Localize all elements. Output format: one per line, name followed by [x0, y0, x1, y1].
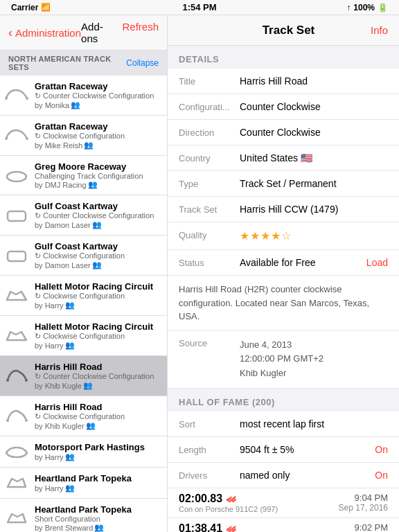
status-value-container: Available for Free Load [240, 257, 388, 268]
label-sort: Sort [179, 418, 234, 429]
info-button[interactable]: Info [371, 24, 388, 36]
person-icon: 👥 [88, 180, 98, 189]
track-by: by Harry 👥 [35, 341, 161, 350]
track-by: by Damon Laser 👥 [35, 220, 161, 229]
track-name: Heartland Park Topeka [35, 473, 161, 484]
value-quality: ★★★★☆ [240, 229, 388, 242]
status-bar: Carrier 📶 1:54 PM ↑ 100% 🔋 [0, 0, 399, 15]
list-item[interactable]: Grattan Raceway ↻ Counter Clockwise Conf… [0, 76, 167, 116]
track-config: ↻ Counter Clockwise Configuration [35, 91, 161, 100]
person-icon: 👥 [92, 220, 102, 229]
svg-point-4 [7, 172, 26, 181]
track-by: by Harry 👥 [35, 452, 161, 461]
source-author: Khib Kugler [240, 368, 286, 378]
track-icon [3, 407, 30, 426]
svg-marker-12 [8, 514, 26, 522]
lap-row[interactable]: 01:38.41 🏎 Con on Porsche 911C2 (997) 9:… [168, 518, 399, 532]
details-section-title: DETAILS [168, 46, 399, 69]
value-type: Track Set / Permanent [240, 178, 388, 189]
track-name: Gulf Coast Kartway [35, 201, 161, 211]
car-icon: 🏎 [227, 523, 236, 532]
track-name: Grattan Raceway [35, 121, 161, 132]
value-title: Harris Hill Road [240, 76, 388, 87]
list-item[interactable]: Harris Hill Road ↻ Counter Clockwise Con… [0, 356, 167, 396]
track-by: by Mike Reish 👥 [35, 141, 161, 150]
status-text: Available for Free [240, 257, 315, 268]
track-by: by DMJ Racing 👥 [35, 180, 161, 189]
list-item[interactable]: Heartland Park Topeka Short Configuratio… [0, 499, 167, 532]
track-icon [3, 326, 30, 346]
list-item[interactable]: Greg Moore Raceway Challenging Track Con… [0, 156, 167, 195]
arrow-up-icon: ↑ [346, 3, 351, 12]
track-config: Short Configuration [35, 515, 161, 523]
track-name: Hallett Motor Racing Circuit [35, 281, 161, 292]
wifi-icon: 📶 [41, 3, 51, 12]
track-name: Grattan Raceway [35, 81, 161, 91]
svg-point-10 [25, 419, 28, 422]
right-header: Track Set Info [168, 15, 399, 46]
svg-point-7 [6, 379, 9, 382]
person-icon: 👥 [86, 421, 96, 430]
track-info: Gulf Coast Kartway ↻ Clockwise Configura… [35, 241, 161, 269]
track-config: ↻ Clockwise Configuration [35, 332, 161, 341]
track-by: by Harry 👥 [35, 484, 161, 493]
track-icon [3, 366, 30, 386]
track-by: by Khib Kugle 👥 [35, 381, 161, 390]
label-configuration: Configurati... [179, 101, 234, 112]
svg-point-9 [6, 419, 9, 422]
car-icon: 🏎 [227, 493, 236, 504]
track-info: Heartland Park Topeka Short Configuratio… [35, 504, 161, 532]
lap-time-value: 02:00.83 [179, 493, 222, 505]
load-button[interactable]: Load [366, 257, 388, 268]
detail-row-configuration: Configurati... Counter Clockwise [168, 94, 399, 120]
back-button[interactable]: ‹ Administration [8, 26, 81, 40]
track-info: Motorsport Park Hastings by Harry 👥 [35, 442, 161, 461]
detail-row-country: Country United States 🇺🇸 [168, 145, 399, 171]
list-item[interactable]: Hallett Motor Racing Circuit ↻ Clockwise… [0, 316, 167, 356]
value-source: June 4, 2013 12:00:00 PM GMT+2 Khib Kugl… [240, 338, 323, 381]
track-icon [3, 508, 30, 528]
value-sort: most recent lap first [240, 418, 388, 429]
person-icon: 👥 [92, 260, 102, 269]
drivers-value-container: named only On [240, 470, 388, 481]
collapse-button[interactable]: Collapse [126, 58, 159, 68]
detail-row-title: Title Harris Hill Road [168, 69, 399, 94]
track-info: Heartland Park Topeka by Harry 👥 [35, 473, 161, 493]
right-content: DETAILS Title Harris Hill Road Configura… [168, 46, 399, 532]
svg-point-3 [26, 137, 28, 140]
list-item[interactable]: Gulf Coast Kartway ↻ Counter Clockwise C… [0, 195, 167, 236]
list-item[interactable]: Hallett Motor Racing Circuit ↻ Clockwise… [0, 276, 167, 316]
addons-button[interactable]: Add-ons [81, 21, 111, 44]
refresh-button[interactable]: Refresh [122, 21, 159, 44]
value-length: 9504 ft ± 5% [240, 444, 294, 455]
lap-time: 02:00.83 🏎 [179, 493, 278, 505]
back-label: Administration [15, 27, 81, 39]
list-item[interactable]: Grattan Raceway ↻ Clockwise Configuratio… [0, 116, 167, 156]
list-item[interactable]: Heartland Park Topeka by Harry 👥 [0, 468, 167, 499]
list-item[interactable]: Gulf Coast Kartway ↻ Clockwise Configura… [0, 236, 167, 276]
detail-row-drivers: Drivers named only On [168, 463, 399, 488]
track-list: Grattan Raceway ↻ Counter Clockwise Conf… [0, 76, 167, 532]
value-drivers: named only [240, 470, 290, 481]
track-config: ↻ Clockwise Configuration [35, 132, 161, 141]
track-by: by Monika 👥 [35, 100, 161, 109]
length-value-container: 9504 ft ± 5% On [240, 444, 388, 455]
track-info: Grattan Raceway ↻ Counter Clockwise Conf… [35, 81, 161, 109]
detail-row-direction: Direction Counter Clockwise [168, 120, 399, 145]
list-item[interactable]: Harris Hill Road ↻ Clockwise Configurati… [0, 396, 167, 436]
lap-row[interactable]: 02:00.83 🏎 Con on Porsche 911C2 (997) 9:… [168, 488, 399, 518]
detail-row-sort: Sort most recent lap first [168, 411, 399, 437]
left-header: ‹ Administration Add-ons Refresh [0, 15, 167, 51]
svg-point-2 [5, 137, 8, 140]
track-icon [3, 166, 30, 185]
detail-row-status: Status Available for Free Load [168, 250, 399, 276]
track-info: Grattan Raceway ↻ Clockwise Configuratio… [35, 121, 161, 150]
svg-point-8 [25, 379, 28, 382]
track-icon [3, 286, 30, 305]
person-icon: 👥 [65, 452, 75, 461]
person-icon: 👥 [65, 341, 75, 350]
label-type: Type [179, 178, 234, 189]
track-config: ↻ Clockwise Configuration [35, 412, 161, 421]
track-name: Motorsport Park Hastings [35, 442, 161, 452]
list-item[interactable]: Motorsport Park Hastings by Harry 👥 [0, 436, 167, 468]
